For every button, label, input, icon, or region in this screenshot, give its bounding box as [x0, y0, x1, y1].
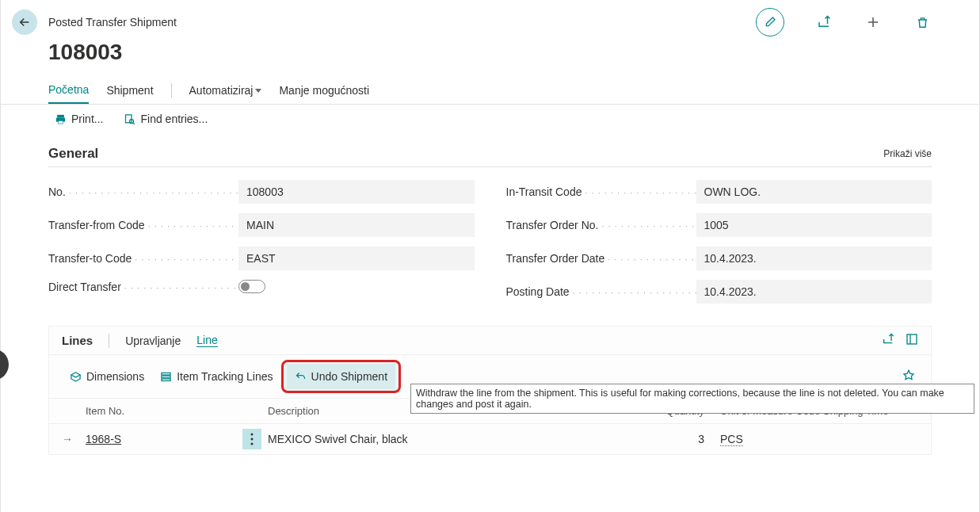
lines-title: Lines: [62, 334, 93, 347]
undo-shipment-button[interactable]: Undo Shipment: [287, 364, 396, 389]
label-posting-date: Posting Date: [506, 285, 696, 298]
chevron-down-icon: [255, 89, 261, 93]
cell-uom[interactable]: PCS: [720, 433, 743, 446]
undo-tooltip: Withdraw the line from the shipment. Thi…: [410, 384, 974, 414]
find-entries-button[interactable]: Find entries...: [124, 113, 208, 125]
dimensions-button[interactable]: Dimensions: [62, 364, 152, 389]
lines-tab-manage[interactable]: Upravljanje: [125, 334, 181, 347]
lines-share-button[interactable]: [882, 333, 894, 348]
item-tracking-button[interactable]: Item Tracking Lines: [152, 364, 280, 389]
row-actions-button[interactable]: [242, 429, 261, 449]
value-transfer-from: MAIN: [238, 213, 475, 237]
label-intransit: In-Transit Code: [506, 185, 696, 198]
label-order-date: Transfer Order Date: [506, 252, 696, 265]
delete-button[interactable]: [913, 13, 932, 32]
section-general-title: General: [48, 146, 98, 162]
cell-quantity[interactable]: 3: [641, 433, 704, 445]
trash-icon: [916, 16, 929, 29]
svg-point-11: [251, 443, 254, 445]
expand-icon: [906, 333, 918, 346]
edit-button[interactable]: [756, 8, 784, 36]
search-doc-icon: [124, 113, 135, 125]
share-icon: [882, 333, 894, 346]
back-button[interactable]: [12, 10, 37, 35]
item-link[interactable]: 1968-S: [86, 433, 121, 445]
svg-rect-6: [162, 373, 170, 375]
show-more-link[interactable]: Prikaži više: [883, 148, 932, 159]
printer-icon: [55, 113, 67, 125]
side-handle[interactable]: [0, 349, 9, 380]
tab-separator: [171, 83, 172, 97]
value-intransit: OWN LOG.: [696, 180, 932, 204]
tab-fewer-options[interactable]: Manje mogućnosti: [279, 78, 369, 103]
pin-icon: [902, 369, 915, 382]
svg-rect-3: [126, 114, 132, 122]
plus-icon: [866, 15, 880, 29]
cell-description[interactable]: MEXICO Swivel Chair, black: [268, 433, 641, 445]
label-direct-transfer: Direct Transfer: [48, 281, 238, 293]
lines-expand-button[interactable]: [906, 333, 918, 348]
new-button[interactable]: [864, 13, 883, 32]
print-button[interactable]: Print...: [55, 113, 103, 125]
undo-icon: [295, 371, 307, 383]
tab-automate[interactable]: Automatiziraj: [189, 78, 262, 103]
svg-rect-0: [57, 114, 64, 117]
undo-highlight-box: Undo Shipment: [281, 360, 402, 393]
svg-rect-5: [907, 334, 917, 344]
arrow-left-icon: [17, 15, 32, 29]
row-indicator: →: [62, 433, 86, 445]
label-order-no: Transfer Order No.: [506, 219, 696, 231]
direct-transfer-toggle[interactable]: [238, 280, 265, 293]
label-transfer-to: Transfer-to Code: [48, 252, 238, 265]
value-transfer-to: EAST: [238, 246, 475, 270]
label-transfer-from: Transfer-from Code: [48, 219, 238, 231]
label-no: No.: [48, 185, 238, 198]
value-order-no: 1005: [696, 213, 932, 237]
tracking-icon: [160, 371, 172, 383]
more-vertical-icon: [250, 433, 254, 445]
tab-shipment[interactable]: Shipment: [106, 78, 153, 103]
page-title: 108003: [1, 36, 979, 76]
svg-point-9: [251, 434, 254, 436]
svg-point-10: [251, 438, 254, 441]
col-item-no[interactable]: Item No.: [86, 405, 236, 417]
share-icon: [817, 15, 831, 29]
svg-rect-8: [162, 379, 170, 381]
svg-rect-7: [162, 376, 170, 378]
dimensions-icon: [70, 371, 82, 383]
table-row[interactable]: → 1968-S MEXICO Swivel Chair, black 3 PC…: [49, 424, 931, 454]
share-button[interactable]: [814, 13, 833, 32]
pin-button[interactable]: [902, 369, 918, 384]
tab-home[interactable]: Početna: [48, 77, 89, 104]
breadcrumb: Posted Transfer Shipment: [48, 16, 177, 29]
value-order-date: 10.4.2023.: [696, 246, 932, 270]
pencil-icon: [764, 16, 776, 29]
value-posting-date: 10.4.2023.: [696, 280, 932, 304]
lines-tab-line[interactable]: Line: [196, 334, 217, 347]
value-no: 108003: [238, 180, 475, 204]
lines-separator: [109, 334, 109, 348]
svg-rect-2: [58, 120, 63, 124]
